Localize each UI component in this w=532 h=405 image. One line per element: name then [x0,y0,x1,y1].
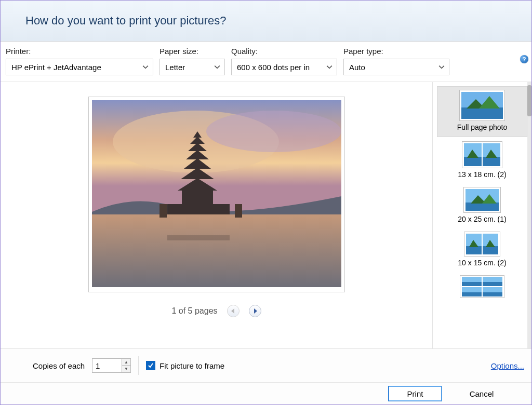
layout-thumb-icon [462,287,482,296]
svg-rect-3 [92,214,341,287]
svg-rect-21 [464,157,482,166]
chevron-down-icon [214,64,220,70]
help-icon[interactable]: ? [520,55,528,63]
layout-thumb-icon [461,92,503,119]
svg-rect-41 [462,292,482,296]
copies-label: Copies of each [33,361,85,370]
svg-rect-34 [483,246,498,254]
preview-frame [88,97,345,292]
dialog-header: How do you want to print your pictures? [1,1,531,42]
triangle-left-icon [231,308,235,314]
svg-rect-37 [462,282,482,286]
quality-dropdown[interactable]: 600 x 600 dots per in [231,59,337,75]
dialog-buttons: Print Cancel [1,382,531,404]
quality-label: Quality: [231,47,337,56]
scrollbar[interactable] [527,82,531,348]
layout-label: 10 x 15 cm. (2) [458,259,506,267]
dialog-title: How do you want to print your pictures? [25,14,531,28]
paper-size-label: Paper size: [159,47,225,56]
cancel-button[interactable]: Cancel [455,386,509,401]
svg-rect-39 [483,282,502,286]
svg-point-2 [206,111,341,152]
layout-option-10x15[interactable]: 10 x 15 cm. (2) [436,228,528,272]
prev-page-button[interactable] [227,305,240,317]
chevron-down-icon [326,64,332,70]
layout-option-20x25[interactable]: 20 x 25 cm. (1) [436,184,528,228]
preview-image [92,100,341,287]
paper-type-dropdown[interactable]: Auto [343,59,449,75]
svg-rect-13 [159,204,167,218]
printer-value: HP ePrint + JetAdvantage [11,63,101,72]
layout-thumb-icon [483,277,502,286]
layout-option-13x18[interactable]: 13 x 18 cm. (2) [436,138,528,184]
options-link[interactable]: Options... [491,361,524,370]
layout-thumb-icon [466,234,482,254]
layout-label: 20 x 25 cm. (1) [458,215,506,223]
pager: 1 of 5 pages [171,305,261,317]
fit-picture-checkbox[interactable]: Fit picture to frame [146,361,224,370]
spinner-up-icon[interactable]: ▲ [122,359,130,366]
copies-input[interactable] [92,359,122,372]
svg-rect-27 [466,203,499,211]
paper-size-value: Letter [165,63,185,72]
layout-thumb-icon [483,234,498,254]
printer-label: Printer: [6,47,153,56]
paper-type-value: Auto [349,63,365,72]
svg-rect-17 [461,107,503,119]
print-settings-row: Printer: HP ePrint + JetAdvantage Paper … [1,42,531,82]
divider [138,356,139,375]
footer-bar: Copies of each ▲ ▼ Fit picture to frame … [1,348,531,382]
checkmark-icon [146,361,155,370]
paper-size-dropdown[interactable]: Letter [159,59,225,75]
triangle-right-icon [253,308,257,314]
quality-value: 600 x 600 dots per in [237,63,310,72]
chevron-down-icon [438,64,445,70]
svg-rect-24 [483,157,500,166]
chevron-down-icon [142,64,149,70]
svg-rect-14 [235,204,242,218]
svg-rect-31 [466,246,482,254]
svg-rect-43 [483,292,502,296]
preview-pane: 1 of 5 pages [1,82,433,348]
layout-thumb-icon [483,287,502,296]
layout-thumb-icon [464,143,482,166]
svg-rect-5 [167,204,230,214]
layout-option-more[interactable] [436,272,528,298]
layout-option-full-page[interactable]: Full page photo [437,86,527,137]
next-page-button[interactable] [249,305,261,317]
layout-label: 13 x 18 cm. (2) [458,170,506,179]
print-button[interactable]: Print [388,386,442,401]
paper-type-label: Paper type: [343,47,449,56]
page-indicator: 1 of 5 pages [171,306,217,316]
layout-label: Full page photo [457,123,508,131]
layouts-pane: Full page photo 13 x 18 cm. (2) 20 x 25 … [433,82,531,348]
layout-thumb-icon [462,277,482,286]
printer-dropdown[interactable]: HP ePrint + JetAdvantage [6,59,153,75]
layout-thumb-icon [466,189,499,211]
layout-thumb-icon [483,143,500,166]
spinner-down-icon[interactable]: ▼ [122,366,130,372]
svg-rect-15 [167,235,230,240]
fit-picture-label: Fit picture to frame [159,361,224,370]
copies-spinner[interactable]: ▲ ▼ [92,358,131,373]
